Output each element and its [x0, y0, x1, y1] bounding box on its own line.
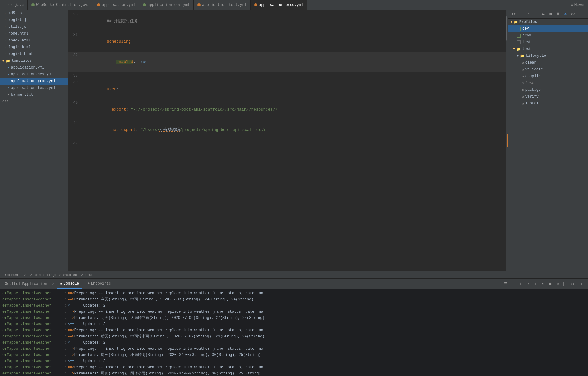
- console-line-13: erMapper.insertWeather : ==> Parameters:…: [0, 370, 588, 376]
- console-line-10: erMapper.insertWeather : ==> Parameters:…: [0, 352, 588, 358]
- js-file-icon: ▪: [5, 18, 7, 22]
- tab-icon-prod: [254, 3, 257, 6]
- maven-add-btn[interactable]: +: [533, 11, 539, 17]
- sidebar-item-indexhtml[interactable]: ▪ index.html: [0, 37, 68, 44]
- line-number-36: 36: [68, 31, 83, 38]
- maven-lifecycle-install[interactable]: ⚙ install: [508, 100, 588, 107]
- maven-chevron-btn[interactable]: >>: [570, 11, 576, 17]
- bottom-panel-toolbar: ☰ ↑ ↓ ⇑ ⇓ ↻ ■ ⌨ ⟦⟧ ⚙: [503, 281, 576, 287]
- sidebar-item-registjs[interactable]: ▪ regist.js: [0, 17, 68, 23]
- sidebar-item-md5js[interactable]: ▪ md5.js: [0, 10, 68, 17]
- maven-m-btn[interactable]: m: [548, 11, 554, 17]
- bottom-down-btn[interactable]: ↓: [518, 281, 524, 287]
- sidebar-item-bannertxt[interactable]: ▪ banner.txt: [0, 91, 68, 98]
- tab-application-test[interactable]: application-test.yml: [194, 0, 251, 10]
- bottom-wrap-btn[interactable]: ⌨: [555, 281, 561, 287]
- bottom-reload-btn[interactable]: ↻: [540, 281, 546, 287]
- code-line-41: 41 mac-export: "/Users/小火柴源码/projects/sp…: [68, 120, 508, 140]
- bottom-panel-layout-btn[interactable]: ⊟: [579, 281, 586, 287]
- maven-settings-btn[interactable]: ⚙: [562, 11, 569, 17]
- yml-file-icon: ▪: [7, 86, 10, 90]
- line-number-41: 41: [68, 120, 83, 127]
- file-sidebar: ▪ md5.js ▪ regist.js ▪ utils.js ▪ home.h…: [0, 10, 68, 271]
- line-content-40: export: "F://project//spring-boot-api-sc…: [83, 99, 508, 120]
- maven-toggle[interactable]: ≡ Maven: [569, 3, 588, 7]
- gear-icon-clean: ⚙: [522, 61, 524, 65]
- console-line-3: erMapper.insertWeather : ==> Preparing: …: [0, 309, 588, 315]
- line-content-42: [83, 140, 508, 147]
- code-line-39: 39 user:: [68, 79, 508, 99]
- lifecycle-folder-icon: 📁: [520, 54, 524, 58]
- code-line-37: 37 enabled: true: [68, 52, 508, 72]
- maven-refresh-btn[interactable]: ⟳: [511, 11, 517, 17]
- maven-lifecycle-clean[interactable]: ⚙ clean: [508, 59, 588, 66]
- bottom-up-btn[interactable]: ↑: [510, 281, 516, 287]
- maven-lifecycle-test[interactable]: ⚙ test: [508, 80, 588, 86]
- line-content-35: ## 开启定时任务: [83, 11, 508, 31]
- bottom-tab-bar: ScaffoldApplication × ▣ Console ⚑ Endpoi…: [0, 279, 588, 289]
- bottom-stop-btn[interactable]: ■: [547, 281, 553, 287]
- code-editor[interactable]: 35 ## 开启定时任务 36 scheduling: 37 enabled: …: [68, 10, 508, 271]
- js-file-icon: ▪: [5, 11, 7, 15]
- bottom-settings-btn[interactable]: ⚙: [569, 281, 576, 287]
- sidebar-item-registhtml[interactable]: ▪ regist.html: [0, 51, 68, 57]
- maven-test-folder[interactable]: ▼ 📁 test: [508, 46, 588, 52]
- maven-profile-prod[interactable]: ✓ prod: [508, 32, 588, 39]
- sidebar-item-loginhtml[interactable]: ▪ login.html: [0, 44, 68, 51]
- maven-upload-btn[interactable]: ↑: [525, 11, 532, 17]
- line-number-38: 38: [68, 72, 83, 79]
- maven-header: ⟳ ↓ ↑ + ▶ m # ⚙ >>: [508, 10, 588, 19]
- tab-icon-dev: [143, 3, 146, 6]
- maven-lifecycle-validate[interactable]: ⚙ validate: [508, 66, 588, 73]
- endpoints-icon: ⚑: [88, 282, 90, 286]
- maven-lifecycle-folder[interactable]: ▼ 📁 Lifecycle: [508, 52, 588, 59]
- js-file-icon: ▪: [5, 25, 7, 29]
- code-line-35: 35 ## 开启定时任务: [68, 11, 508, 31]
- maven-panel: ⟳ ↓ ↑ + ▶ m # ⚙ >> ▼ 📁 Profiles ✓ dev ✓: [508, 10, 588, 271]
- bottom-up2-btn[interactable]: ⇑: [525, 281, 531, 287]
- sidebar-item-utilsjs[interactable]: ▪ utils.js: [0, 23, 68, 30]
- checkbox-dev[interactable]: ✓: [517, 27, 521, 31]
- line-content-41: mac-export: "/Users/小火柴源码/projects/sprin…: [83, 120, 508, 140]
- bottom-menu-btn[interactable]: ☰: [503, 281, 509, 287]
- main-area: ▪ md5.js ▪ regist.js ▪ utils.js ▪ home.h…: [0, 10, 588, 271]
- sidebar-item-homehtml[interactable]: ▪ home.html: [0, 30, 68, 37]
- sidebar-folder-templates[interactable]: ▼ 📁 templates: [0, 57, 68, 64]
- checkbox-test-empty[interactable]: [517, 40, 521, 44]
- tab-endpoints[interactable]: ⚑ Endpoints: [85, 279, 114, 289]
- line-content-38: [83, 72, 508, 79]
- tab-application-prod[interactable]: application-prod.yml: [251, 0, 307, 10]
- tab-application-yml[interactable]: application.yml: [93, 0, 139, 10]
- maven-skip-btn[interactable]: #: [555, 11, 561, 17]
- console-line-6: erMapper.insertWeather : ==> Preparing: …: [0, 327, 588, 333]
- console-area[interactable]: erMapper.insertWeather : ==> Preparing: …: [0, 289, 588, 376]
- sidebar-item-apptestyml[interactable]: ▪ application-test.yml: [0, 85, 68, 91]
- tab-application-dev[interactable]: application-dev.yml: [139, 0, 194, 10]
- scrollbar-track[interactable]: [506, 10, 508, 271]
- maven-download-btn[interactable]: ↓: [518, 11, 524, 17]
- console-line-1: erMapper.insertWeather : ==> Parameters:…: [0, 296, 588, 303]
- bottom-wrap2-btn[interactable]: ⟦⟧: [562, 281, 568, 287]
- maven-lifecycle-compile[interactable]: ⚙ compile: [508, 73, 588, 80]
- tab-websocket[interactable]: WebSocketController.java: [28, 0, 93, 10]
- maven-lifecycle-package[interactable]: ⚙ package: [508, 86, 588, 93]
- checkbox-prod[interactable]: ✓: [517, 34, 521, 38]
- code-line-36: 36 scheduling:: [68, 31, 508, 52]
- tab-er-java[interactable]: er.java: [0, 0, 28, 10]
- scaffold-app-name: ScaffoldApplication: [2, 282, 50, 286]
- sidebar-item-appprodYml[interactable]: ▪ application-prod.yml: [0, 78, 68, 85]
- tab-console[interactable]: ▣ Console: [57, 279, 82, 289]
- gear-icon-test-lc: ⚙: [522, 81, 524, 85]
- sidebar-item-appyml[interactable]: ▪ application.yml: [0, 64, 68, 71]
- yml-file-icon: ▪: [7, 66, 10, 69]
- maven-play-btn[interactable]: ▶: [540, 11, 546, 17]
- html-file-icon: ▪: [5, 39, 7, 42]
- sidebar-item-appdevyml[interactable]: ▪ application-dev.yml: [0, 71, 68, 78]
- maven-profile-test[interactable]: test: [508, 39, 588, 46]
- test-folder-icon: 📁: [516, 47, 521, 51]
- console-line-8: erMapper.insertWeather : <== Updates: 2: [0, 340, 588, 346]
- maven-profile-dev[interactable]: ✓ dev: [508, 25, 588, 32]
- maven-lifecycle-verify[interactable]: ⚙ verify: [508, 93, 588, 100]
- bottom-down2-btn[interactable]: ⇓: [532, 281, 539, 287]
- code-line-40: 40 export: "F://project//spring-boot-api…: [68, 99, 508, 120]
